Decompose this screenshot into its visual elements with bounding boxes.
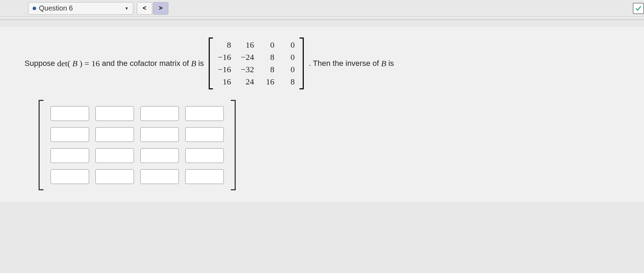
question-selector[interactable]: Question 6 ▼ — [28, 2, 133, 15]
answer-input-1-3[interactable] — [185, 127, 224, 142]
divider — [0, 20, 644, 20]
chevron-right-icon: > — [159, 5, 163, 12]
answer-right-bracket-icon — [231, 100, 236, 190]
answer-input-0-2[interactable] — [140, 106, 179, 121]
matrix-cell: −16 — [218, 65, 231, 74]
var-B-3: B — [381, 59, 386, 68]
right-bracket-icon — [300, 37, 304, 89]
answer-left-bracket-icon — [39, 100, 43, 190]
matrix-cell: 16 — [241, 40, 254, 50]
next-button[interactable]: > — [153, 2, 168, 15]
answer-input-2-0[interactable] — [51, 148, 89, 163]
matrix-cell: 8 — [284, 77, 295, 87]
answer-grid — [43, 100, 231, 190]
answer-input-3-1[interactable] — [95, 169, 134, 184]
text-then-inverse: . Then the inverse of — [309, 59, 379, 68]
answer-input-2-3[interactable] — [185, 148, 224, 163]
answer-input-0-3[interactable] — [185, 106, 224, 121]
var-B-2: B — [191, 59, 196, 68]
chevron-down-icon: ▼ — [125, 6, 129, 11]
matrix-cell: 16 — [218, 77, 231, 87]
matrix-cell: 24 — [241, 77, 254, 87]
matrix-cell: 0 — [284, 53, 295, 62]
answer-input-3-3[interactable] — [185, 169, 224, 184]
answer-matrix — [39, 100, 236, 190]
matrix-cell: 8 — [218, 40, 231, 50]
det-label: det( — [57, 59, 70, 68]
cofactor-matrix: 8 16 0 0 −16 −24 8 0 −16 −32 8 0 16 24 1… — [209, 37, 304, 89]
checkmark-button[interactable] — [633, 3, 644, 14]
answer-input-1-2[interactable] — [140, 127, 179, 142]
matrix-cell: 0 — [284, 65, 295, 74]
prev-button[interactable]: < — [137, 2, 152, 15]
answer-input-0-1[interactable] — [95, 106, 134, 121]
question-label: Question 6 — [39, 4, 122, 12]
equals-sign: = — [85, 59, 89, 68]
answer-input-3-2[interactable] — [140, 169, 179, 184]
check-icon — [635, 5, 642, 12]
matrix-cell: 16 — [264, 77, 274, 87]
answer-input-2-2[interactable] — [140, 148, 179, 163]
var-B-1: B — [72, 59, 78, 68]
det-value: 16 — [91, 59, 100, 68]
text-is: is — [198, 59, 204, 68]
answer-input-1-1[interactable] — [95, 127, 134, 142]
matrix-cell: 8 — [264, 53, 274, 62]
chevron-left-icon: < — [143, 5, 147, 12]
problem-statement: Suppose det(B) = 16 and the cofactor mat… — [25, 37, 619, 89]
matrix-cell: 0 — [264, 40, 274, 50]
nav-buttons: < > — [137, 2, 168, 15]
close-paren: ) — [80, 59, 82, 68]
matrix-cell: 0 — [284, 40, 295, 50]
answer-input-1-0[interactable] — [51, 127, 89, 142]
text-is-2: is — [388, 59, 394, 68]
matrix-cell: −32 — [241, 65, 254, 74]
text-suppose: Suppose — [25, 59, 55, 68]
answer-input-2-1[interactable] — [95, 148, 134, 163]
toolbar: Question 6 ▼ < > — [0, 0, 644, 17]
matrix-cell: 8 — [264, 65, 274, 74]
answer-input-3-0[interactable] — [51, 169, 89, 184]
left-bracket-icon — [209, 37, 213, 89]
bullet-icon — [33, 7, 36, 10]
answer-input-0-0[interactable] — [51, 106, 89, 121]
matrix-cell: −24 — [241, 53, 254, 62]
content-area: Suppose det(B) = 16 and the cofactor mat… — [0, 27, 644, 202]
matrix-grid: 8 16 0 0 −16 −24 8 0 −16 −32 8 0 16 24 1… — [213, 37, 300, 89]
matrix-cell: −16 — [218, 53, 231, 62]
text-and-cofactor: and the cofactor matrix of — [102, 59, 189, 68]
